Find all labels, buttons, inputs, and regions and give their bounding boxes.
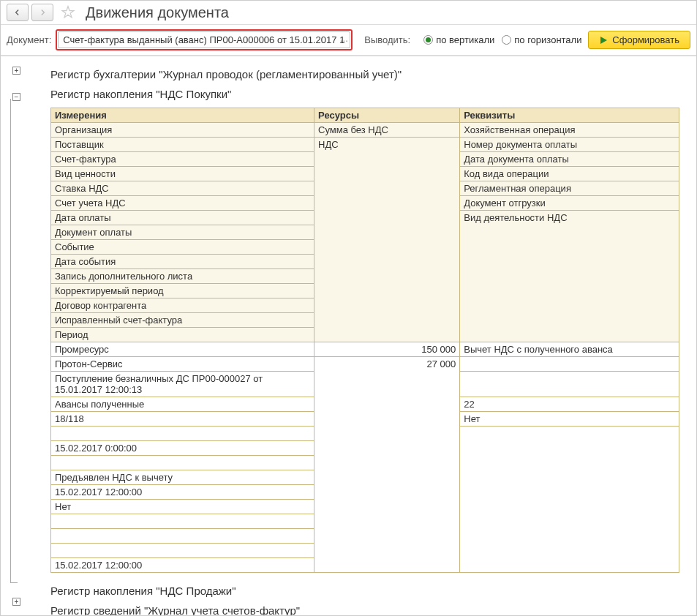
cell (460, 427, 679, 573)
cell: Вид деятельности НДС (460, 211, 679, 342)
col-header-resources: Ресурсы (314, 108, 460, 123)
report-body: + − + + + Регистр бухгалтерии "Журнал пр… (1, 56, 696, 615)
cell (460, 357, 679, 372)
cell: Документ отгрузки (460, 196, 679, 211)
cell (51, 427, 314, 441)
cell: Запись дополнительного листа (51, 269, 314, 284)
table-row: Промресурс150 000Вычет НДС с полученного… (51, 342, 679, 357)
expand-toggle-1[interactable]: + (12, 67, 20, 75)
cell: Событие (51, 240, 314, 255)
radio-horizontal-label: по горизонтали (514, 34, 581, 45)
radio-horizontal[interactable]: по горизонтали (502, 34, 581, 45)
cell: 27 000 (314, 357, 460, 573)
tree-line-icon (10, 99, 18, 583)
run-button-label: Сформировать (612, 34, 679, 45)
cell: Протон-Сервис (51, 357, 314, 372)
nav-back-button[interactable] (7, 4, 29, 21)
document-field-highlight: … (56, 29, 353, 50)
cell: Нет (460, 412, 679, 427)
cell: Поставщик (51, 138, 314, 152)
section-title-1: Регистр бухгалтерии "Журнал проводок (ре… (50, 68, 687, 80)
cell: Промресурс (51, 342, 314, 357)
cell: Предъявлен НДС к вычету (51, 470, 314, 485)
favorite-icon[interactable] (59, 4, 77, 21)
cell: 150 000 (314, 342, 460, 357)
output-label: Выводить: (364, 34, 410, 45)
arrow-left-icon (12, 7, 23, 18)
cell: 15.02.2017 12:00:00 (51, 558, 314, 573)
expand-toggle-3[interactable]: + (12, 598, 20, 606)
document-label: Документ: (7, 34, 51, 45)
table-row: ПоставщикНДСНомер документа оплаты (51, 138, 679, 152)
cell: Документ оплаты (51, 225, 314, 240)
run-button[interactable]: Сформировать (588, 31, 690, 49)
cell: Хозяйственная операция (460, 123, 679, 138)
content-column: Регистр бухгалтерии "Журнал проводок (ре… (29, 56, 696, 615)
cell (51, 529, 314, 544)
cell: Поступление безналичных ДС ПР00-000027 о… (51, 372, 314, 397)
cell: Нет (51, 500, 314, 514)
section-title-4: Регистр сведений "Журнал учета счетов-фа… (50, 604, 687, 615)
cell (51, 456, 314, 470)
cell: Дата оплаты (51, 211, 314, 225)
output-orientation-group: по вертикали по горизонтали (423, 34, 581, 45)
section-title-2: Регистр накопления "НДС Покупки" (50, 88, 687, 100)
nav-forward-button[interactable] (31, 4, 53, 21)
cell: Регламентная операция (460, 181, 679, 196)
cell: Вид ценности (51, 167, 314, 181)
cell: Сумма без НДС (314, 123, 460, 138)
cell: Дата события (51, 255, 314, 269)
cell (51, 514, 314, 529)
cell: Счет учета НДС (51, 196, 314, 211)
cell: 15.02.2017 12:00:00 (51, 485, 314, 500)
cell: Вычет НДС с полученного аванса (460, 342, 679, 357)
arrow-right-icon (37, 7, 48, 18)
col-header-dimensions: Измерения (51, 108, 314, 123)
cell: Организация (51, 123, 314, 138)
radio-checked-icon (423, 35, 433, 45)
cell (51, 544, 314, 558)
titlebar: Движения документа (1, 1, 696, 25)
radio-unchecked-icon (502, 35, 511, 45)
page-title: Движения документа (86, 4, 229, 21)
cell: Исправленный счет-фактура (51, 313, 314, 328)
cell: 15.02.2017 0:00:00 (51, 441, 314, 456)
cell (460, 372, 679, 397)
table-header-row: Измерения Ресурсы Реквизиты (51, 108, 679, 123)
register-table: Измерения Ресурсы Реквизиты ОрганизацияС… (50, 108, 679, 573)
cell: Корректируемый период (51, 284, 314, 298)
cell: 22 (460, 397, 679, 412)
cell: Код вида операции (460, 167, 679, 181)
tree-gutter: + − + + + (1, 56, 29, 615)
col-header-attributes: Реквизиты (460, 108, 679, 123)
cell: НДС (314, 138, 460, 342)
cell: Период (51, 328, 314, 342)
cell: Дата документа оплаты (460, 152, 679, 167)
toolbar: Документ: … Выводить: по вертикали по го… (1, 25, 696, 56)
section-title-3: Регистр накопления "НДС Продажи" (50, 585, 687, 597)
document-input[interactable] (58, 31, 350, 48)
cell: Договор контрагента (51, 298, 314, 313)
table-row: Протон-Сервис27 000 (51, 357, 679, 372)
app-window: Движения документа Документ: … Выводить:… (0, 0, 697, 616)
play-icon (599, 36, 608, 45)
radio-vertical-label: по вертикали (436, 34, 494, 45)
table-row: ОрганизацияСумма без НДСХозяйственная оп… (51, 123, 679, 138)
radio-vertical[interactable]: по вертикали (423, 34, 494, 45)
cell: Счет-фактура (51, 152, 314, 167)
cell: Номер документа оплаты (460, 138, 679, 152)
cell: Авансы полученные (51, 397, 314, 412)
cell: Ставка НДС (51, 181, 314, 196)
document-picker-button[interactable]: … (339, 34, 348, 44)
cell: 18/118 (51, 412, 314, 427)
